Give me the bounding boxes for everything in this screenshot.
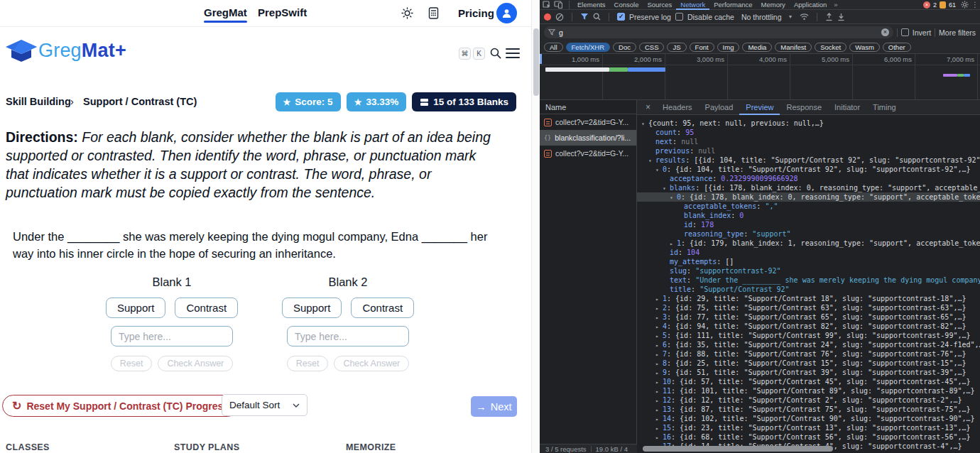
filter-funnel-icon[interactable] xyxy=(580,13,589,21)
pricing-link[interactable]: Pricing xyxy=(458,7,494,19)
json-tree-line[interactable]: ▸14: {id: 102, title: "Support/Contrast … xyxy=(637,414,980,423)
json-tree-line[interactable]: ▸8: {id: 25, title: "Support/Contrast 15… xyxy=(637,359,980,368)
filter-pill-css[interactable]: CSS xyxy=(639,43,665,52)
json-tree-line[interactable]: ▸3: {id: 77, title: "Support/Contrast 65… xyxy=(637,312,980,322)
json-tree-line[interactable]: ▾results: [{id: 104, title: "Support/Con… xyxy=(637,155,980,165)
detail-tab-timing[interactable]: Timing xyxy=(866,100,903,115)
import-har-icon[interactable] xyxy=(825,13,833,21)
detail-tab-headers[interactable]: Headers xyxy=(656,100,699,115)
json-tree-line[interactable]: ▸13: {id: 87, title: "Support/Contrast 7… xyxy=(637,405,980,414)
blank-2-contrast-button[interactable]: Contrast xyxy=(351,298,414,318)
detail-horizontal-scrollbar-thumb[interactable] xyxy=(643,446,833,452)
json-tree-line[interactable]: ▸9: {id: 51, title: "Support/Contrast 39… xyxy=(637,368,980,377)
nav-tab-gregmat[interactable]: GregMat xyxy=(204,6,247,23)
devtools-tab-sources[interactable]: Sources xyxy=(643,0,676,10)
blank-1-contrast-button[interactable]: Contrast xyxy=(175,298,238,318)
next-button[interactable]: → Next xyxy=(471,396,517,417)
device-toolbar-icon[interactable] xyxy=(554,1,562,9)
devtools-tab-application[interactable]: Application xyxy=(790,0,831,10)
account-avatar[interactable] xyxy=(496,3,517,23)
blank-2-check-answer-button[interactable]: Check Answer xyxy=(334,356,409,371)
devtools-tab-performance[interactable]: Performance xyxy=(709,0,756,10)
json-tree-line[interactable]: ▸4: {id: 94, title: "Support/Contrast 82… xyxy=(637,322,980,331)
json-tree-line[interactable]: ▸1: {id: 179, blank_index: 1, reasoning_… xyxy=(637,239,980,248)
blank-2-reset-button[interactable]: Reset xyxy=(287,356,329,371)
warning-badge-icon[interactable] xyxy=(940,1,946,9)
footer-col-study-plans[interactable]: STUDY PLANS xyxy=(174,442,239,452)
more-filters-button[interactable]: More filters xyxy=(939,28,976,37)
close-detail-icon[interactable]: × xyxy=(640,102,656,112)
expand-arrow-icon[interactable]: ▾ xyxy=(663,184,670,193)
reset-progress-button[interactable]: ↻ Reset My Support / Contrast (TC) Progr… xyxy=(2,395,239,417)
inspect-element-icon[interactable] xyxy=(543,1,551,9)
devtools-tab-console[interactable]: Console xyxy=(610,0,643,10)
nav-tab-prepswift[interactable]: PrepSwift xyxy=(258,6,307,18)
request-row[interactable]: {}blankclassification/?li... xyxy=(540,130,636,146)
blank-1-check-answer-button[interactable]: Check Answer xyxy=(158,356,233,371)
filter-pill-all[interactable]: All xyxy=(544,43,563,52)
gregmat-logo-icon[interactable] xyxy=(6,38,37,65)
throttling-dropdown[interactable]: No throttling xyxy=(741,13,782,21)
devtools-tab-elements[interactable]: Elements xyxy=(573,0,610,10)
export-har-icon[interactable] xyxy=(837,13,845,21)
blank-1-answer-input[interactable] xyxy=(111,326,233,346)
network-conditions-icon[interactable] xyxy=(800,13,809,21)
timeline-selection-handle[interactable] xyxy=(540,54,542,64)
filter-pill-doc[interactable]: Doc xyxy=(613,43,636,52)
request-list-name-header[interactable]: Name xyxy=(540,100,636,114)
expand-arrow-icon[interactable]: ▾ xyxy=(648,156,655,165)
expand-arrow-icon[interactable]: ▾ xyxy=(641,119,648,129)
record-network-log-icon[interactable] xyxy=(544,13,551,21)
json-tree-line[interactable]: ▸15: {id: 23, title: "Support/Contrast 1… xyxy=(637,423,980,432)
filter-pill-other[interactable]: Other xyxy=(883,43,911,52)
devtools-tab-memory[interactable]: Memory xyxy=(757,0,790,10)
json-tree-line[interactable]: ▾blanks: [{id: 178, blank_index: 0, reas… xyxy=(637,183,980,192)
clear-filter-icon[interactable]: × xyxy=(881,28,889,36)
filter-pill-fetch-xhr[interactable]: Fetch/XHR xyxy=(566,43,610,52)
expand-arrow-icon[interactable]: ▾ xyxy=(670,193,677,202)
json-tree-line[interactable]: ▸2: {id: 75, title: "Support/Contrast 63… xyxy=(637,303,980,312)
json-tree-line[interactable]: ▸5: {id: 111, title: "Support/Contrast 9… xyxy=(637,331,980,340)
json-tree-line[interactable]: ▸12: {id: 12, title: "Support/Contrast 2… xyxy=(637,395,980,405)
json-tree-line[interactable]: ▾{count: 95, next: null, previous: null,… xyxy=(637,119,980,128)
filter-pill-img[interactable]: Img xyxy=(717,43,740,52)
network-filter-input[interactable]: g × xyxy=(544,26,893,38)
breadcrumb-skill-building[interactable]: Skill Building xyxy=(6,96,71,107)
blank-2-support-button[interactable]: Support xyxy=(282,298,342,318)
devtools-menu-dots-icon[interactable]: ⋮ xyxy=(971,1,979,9)
page-scrollbar[interactable] xyxy=(531,0,540,453)
detail-tab-preview[interactable]: Preview xyxy=(739,100,780,115)
request-row[interactable]: collect?v=2&tid=G-Y... xyxy=(540,146,636,161)
invert-filter-checkbox[interactable] xyxy=(901,28,909,36)
json-tree-line[interactable]: ▸11: {id: 101, title: "Support/Contrast … xyxy=(637,386,980,395)
disable-cache-checkbox[interactable] xyxy=(675,13,683,21)
devtools-settings-gear-icon[interactable] xyxy=(961,1,969,9)
theme-sun-icon[interactable] xyxy=(401,7,413,19)
footer-col-classes[interactable]: CLASSES xyxy=(6,442,50,452)
detail-tab-response[interactable]: Response xyxy=(780,100,828,115)
page-scrollbar-thumb[interactable] xyxy=(533,28,539,96)
json-tree-line[interactable]: ▸10: {id: 57, title: "Support/Contrast 4… xyxy=(637,377,980,386)
search-icon[interactable] xyxy=(490,48,501,59)
json-tree-line[interactable]: ▸6: {id: 35, title: "Support/Contrast 24… xyxy=(637,340,980,349)
error-badge-icon[interactable]: × xyxy=(923,1,930,9)
network-overview-timeline[interactable]: 1,000 ms2,000 ms3,000 ms4,000 ms5,000 ms… xyxy=(540,54,980,100)
filter-pill-manifest[interactable]: Manifest xyxy=(775,43,812,52)
more-tabs-chevron[interactable]: » xyxy=(831,1,840,9)
json-tree-line[interactable]: ▾0: {id: 178, blank_index: 0, reasoning_… xyxy=(637,192,980,202)
devtools-tab-network[interactable]: Network xyxy=(676,0,709,10)
blank-2-answer-input[interactable] xyxy=(287,326,409,346)
detail-tab-initiator[interactable]: Initiator xyxy=(828,100,866,115)
sort-dropdown[interactable]: Default Sort xyxy=(222,394,307,416)
json-tree-line[interactable]: ▸1: {id: 29, title: "Support/Contrast 18… xyxy=(637,294,980,303)
preserve-log-checkbox[interactable] xyxy=(617,13,625,21)
json-tree-line[interactable]: ▾0: {id: 104, title: "Support/Contrast 9… xyxy=(637,165,980,174)
footer-col-memorize[interactable]: MEMORIZE xyxy=(346,442,396,452)
gregmat-logo-text[interactable]: GregMat+ xyxy=(38,40,126,62)
search-network-icon[interactable] xyxy=(593,13,601,21)
filter-pill-wasm[interactable]: Wasm xyxy=(849,43,880,52)
filter-pill-media[interactable]: Media xyxy=(742,43,772,52)
calculator-icon[interactable] xyxy=(428,7,439,19)
hamburger-menu-icon[interactable] xyxy=(506,48,520,58)
json-tree-line[interactable]: ▸16: {id: 68, title: "Support/Contrast 5… xyxy=(637,432,980,442)
